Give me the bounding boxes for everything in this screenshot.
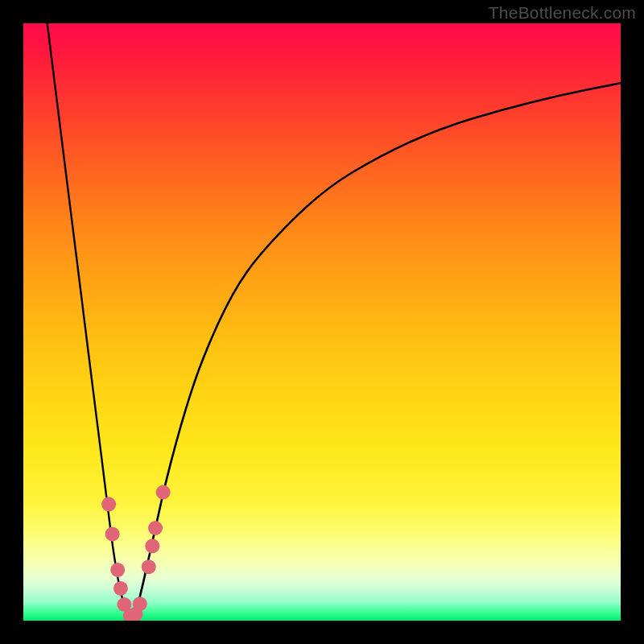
- outer-frame: TheBottleneck.com: [0, 0, 644, 644]
- chart-svg: [23, 23, 621, 621]
- bottleneck-curve-right: [131, 83, 621, 617]
- bottleneck-curve-left: [47, 23, 131, 617]
- marker-bead: [101, 497, 116, 511]
- marker-bead: [156, 485, 171, 500]
- marker-bead: [114, 581, 128, 596]
- marker-bead: [142, 559, 156, 574]
- watermark-text: TheBottleneck.com: [489, 3, 636, 23]
- curve-group: [47, 23, 621, 617]
- marker-bead: [148, 521, 163, 535]
- marker-bead: [110, 563, 125, 577]
- marker-bead: [145, 539, 159, 553]
- marker-bead: [133, 597, 147, 611]
- marker-bead: [105, 526, 120, 541]
- plot-area: [23, 23, 621, 621]
